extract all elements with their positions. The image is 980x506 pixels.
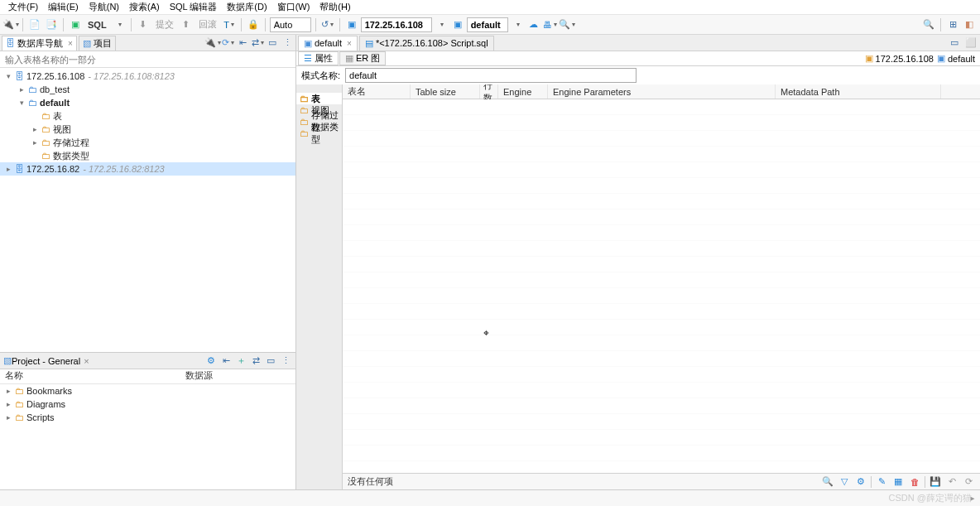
print-button[interactable]: 🖶 — [543, 17, 558, 32]
status-search-icon[interactable]: 🔍 — [821, 475, 834, 489]
proj-new-button[interactable]: ＋ — [234, 354, 247, 368]
editor-max-icon[interactable]: ⬜ — [963, 36, 978, 51]
nav-min-button[interactable]: ▭ — [266, 36, 279, 50]
menu-file[interactable]: 文件(F) — [3, 1, 43, 13]
history-button[interactable]: ↺ — [320, 17, 335, 32]
editor-tab-script[interactable]: ▤ *<172.25.16.108> Script.sql — [359, 36, 494, 51]
close-icon[interactable]: × — [84, 356, 89, 366]
tx-mode-button[interactable]: T — [222, 17, 237, 32]
connection-dropdown[interactable] — [434, 17, 449, 32]
tab-database-navigator[interactable]: 🗄 数据库导航 × — [2, 36, 77, 51]
subtab-er-diagram[interactable]: ▦ ER 图 — [339, 51, 386, 65]
new-connection-button[interactable]: 🔌 — [3, 17, 18, 32]
commit-label[interactable]: 提交 — [152, 18, 177, 31]
col-name[interactable]: 名称 — [0, 369, 180, 383]
cloud-button[interactable]: ☁ — [526, 17, 541, 32]
auto-commit-select[interactable]: Auto — [270, 17, 311, 32]
obj-type-item[interactable]: 🗀数据类型 — [296, 128, 342, 139]
status-refresh-icon[interactable]: ⟳ — [962, 475, 975, 489]
close-icon[interactable]: × — [68, 39, 73, 48]
tab-projects[interactable]: ▧ 项目 — [79, 36, 116, 51]
nav-collapse-button[interactable]: ⇤ — [236, 36, 249, 50]
nav-link-button[interactable]: ⇄ — [251, 36, 264, 50]
proj-menu-button[interactable]: ⋮ — [279, 354, 292, 368]
column-header[interactable]: Engine — [498, 84, 548, 99]
project-item[interactable]: ▸🗀Bookmarks — [0, 384, 295, 398]
col-datasource[interactable]: 数据源 — [180, 369, 218, 383]
subtab-properties[interactable]: ☰ 属性 — [298, 51, 339, 65]
menu-help[interactable]: 帮助(H) — [315, 1, 355, 13]
nav-new-button[interactable]: 🔌 — [206, 36, 219, 50]
status-edit-icon[interactable]: ✎ — [875, 475, 888, 489]
crumb-database[interactable]: ▣ default — [937, 53, 975, 64]
lock-icon[interactable]: 🔒 — [246, 17, 261, 32]
project-item[interactable]: ▸🗀Scripts — [0, 411, 295, 424]
expand-toggle[interactable]: ▸ — [3, 387, 13, 395]
rollback-icon[interactable]: ⬆ — [179, 17, 194, 32]
proj-link-button[interactable]: ⇄ — [249, 354, 262, 368]
status-delete-icon[interactable]: 🗑 — [908, 475, 921, 489]
database-dropdown[interactable] — [510, 17, 525, 32]
commit-icon[interactable]: ⬇ — [136, 17, 151, 32]
tree-node[interactable]: ▾🗄172.25.16.108- 172.25.16.108:8123 — [0, 70, 295, 83]
tree-node[interactable]: 🗀数据类型 — [0, 149, 295, 162]
project-tree[interactable]: ▸🗀Bookmarks▸🗀Diagrams▸🗀Scripts — [0, 384, 295, 489]
tree-node[interactable]: ▸🗀存储过程 — [0, 136, 295, 149]
crumb-connection[interactable]: ▣ 172.25.16.108 — [865, 53, 934, 64]
recent-sql-button[interactable]: 📑 — [44, 17, 59, 32]
active-connection[interactable]: 172.25.16.108 — [361, 17, 432, 32]
expand-toggle[interactable]: ▸ — [30, 125, 40, 133]
expand-toggle[interactable]: ▸ — [3, 413, 13, 422]
menu-search[interactable]: 搜索(A) — [124, 1, 165, 13]
nav-menu-button[interactable]: ⋮ — [281, 36, 294, 50]
sql-dropdown[interactable] — [112, 17, 127, 32]
global-search-icon[interactable]: 🔍 — [921, 17, 936, 32]
navigator-tree[interactable]: ▾🗄172.25.16.108- 172.25.16.108:8123▸🗀db_… — [0, 68, 295, 352]
status-settings-icon[interactable]: ⚙ — [854, 475, 867, 489]
expand-toggle[interactable]: ▾ — [17, 99, 26, 107]
proj-collapse-button[interactable]: ⇤ — [219, 354, 233, 368]
menu-sql-editor[interactable]: SQL 编辑器 — [165, 1, 223, 13]
expand-toggle[interactable]: ▸ — [30, 138, 40, 147]
status-filter-icon[interactable]: ▽ — [838, 475, 851, 489]
tree-node[interactable]: ▸🗀db_test — [0, 83, 295, 96]
menu-edit[interactable]: 编辑(E) — [43, 1, 84, 13]
grid-body[interactable]: ⌖ — [343, 99, 980, 473]
rollback-label[interactable]: 回滚 — [195, 18, 220, 31]
column-header[interactable]: Metadata Path — [776, 84, 941, 99]
active-database[interactable]: default — [467, 17, 508, 32]
column-header[interactable]: Table size — [411, 84, 480, 99]
status-grid-icon[interactable]: ▦ — [891, 475, 905, 489]
proj-settings-button[interactable]: ⚙ — [204, 354, 218, 368]
tree-node[interactable]: ▾🗀default — [0, 96, 295, 109]
tree-node[interactable]: ▸🗄172.25.16.82- 172.25.16.82:8123 — [0, 162, 295, 176]
new-sql-button[interactable]: 📄 — [27, 17, 42, 32]
menu-window[interactable]: 窗口(W) — [272, 1, 315, 13]
column-header[interactable]: Engine Parameters — [548, 84, 776, 99]
column-header[interactable]: 表名 — [343, 84, 411, 99]
column-header[interactable]: 行数 — [480, 84, 498, 99]
nav-refresh-button[interactable]: ⟳ — [221, 36, 234, 50]
expand-toggle[interactable]: ▸ — [3, 400, 13, 408]
proj-min-button[interactable]: ▭ — [264, 354, 277, 368]
expand-toggle[interactable]: ▸ — [3, 165, 13, 173]
schema-name-input[interactable] — [345, 68, 637, 83]
editor-tab-default[interactable]: ▣ default × — [298, 36, 358, 51]
editor-min-icon[interactable]: ▭ — [947, 36, 962, 51]
perspective-button[interactable]: ⊞ — [945, 17, 960, 32]
status-revert-icon[interactable]: ↶ — [945, 475, 958, 489]
close-icon[interactable]: × — [347, 39, 352, 48]
dbeaver-perspective[interactable]: ◧ — [962, 17, 977, 32]
expand-toggle[interactable]: ▾ — [3, 72, 13, 80]
tree-node[interactable]: 🗀表 — [0, 109, 295, 123]
tree-node[interactable]: ▸🗀视图 — [0, 123, 295, 136]
navigator-filter-input[interactable] — [0, 51, 295, 68]
menu-navigate[interactable]: 导航(N) — [84, 1, 124, 13]
status-save-icon[interactable]: 💾 — [929, 475, 942, 489]
obj-type-item[interactable]: 🗀表 — [296, 93, 342, 104]
search-button[interactable]: 🔍 — [560, 17, 574, 32]
project-item[interactable]: ▸🗀Diagrams — [0, 398, 295, 411]
expand-toggle[interactable]: ▸ — [17, 85, 26, 94]
object-type-list[interactable]: ↗ 🗀表🗀视图🗀存储过程🗀数据类型 — [296, 84, 343, 489]
sql-editor-button[interactable]: ▣ — [68, 17, 83, 32]
